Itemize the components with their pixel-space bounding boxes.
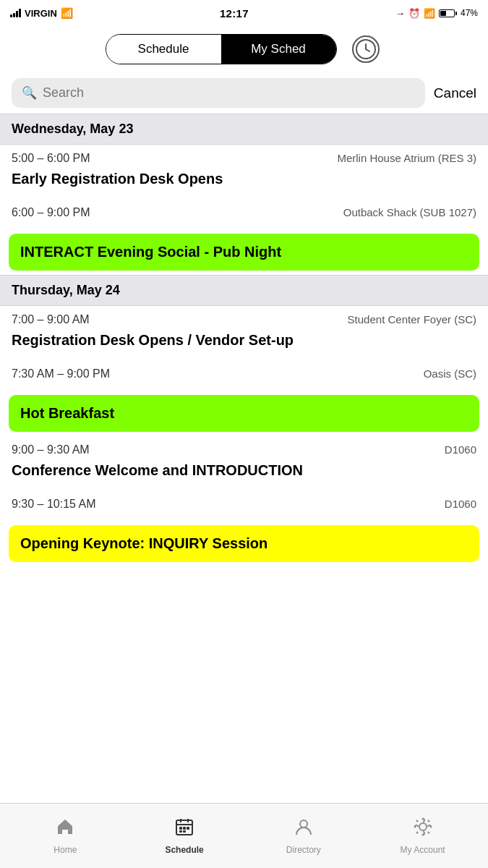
search-icon: 🔍 bbox=[22, 85, 37, 101]
section-header-wed: Wednesday, May 23 bbox=[0, 114, 488, 145]
signal-icon bbox=[10, 9, 21, 17]
nav-item-my-account[interactable]: My Account bbox=[363, 817, 482, 855]
svg-point-20 bbox=[416, 832, 418, 834]
event-time: 7:30 AM – 9:00 PM bbox=[12, 367, 110, 380]
search-input[interactable] bbox=[43, 85, 415, 101]
list-item: 9:00 – 9:30 AM D1060 Conference Welcome … bbox=[0, 436, 488, 490]
nav-label-directory: Directory bbox=[286, 845, 321, 855]
svg-rect-9 bbox=[187, 827, 189, 830]
event-title[interactable]: Registration Desk Opens / Vendor Set-up bbox=[12, 329, 476, 353]
event-time: 7:00 – 9:00 AM bbox=[12, 313, 90, 326]
svg-point-17 bbox=[429, 826, 432, 828]
search-bar: 🔍 Cancel bbox=[0, 72, 488, 114]
svg-point-18 bbox=[416, 820, 418, 822]
nav-item-directory[interactable]: Directory bbox=[244, 817, 364, 855]
status-right: → ⏰ 📶 47% bbox=[395, 8, 478, 19]
tab-toggle-bar: Schedule My Sched bbox=[0, 26, 488, 72]
schedule-icon bbox=[174, 817, 194, 842]
svg-point-21 bbox=[427, 832, 429, 834]
nav-item-home[interactable]: Home bbox=[6, 817, 125, 855]
content-area: Wednesday, May 23 5:00 – 6:00 PM Merlin … bbox=[0, 114, 488, 631]
event-title[interactable]: Conference Welcome and INTRODUCTION bbox=[12, 459, 476, 483]
event-time: 6:00 – 9:00 PM bbox=[12, 206, 90, 219]
svg-point-14 bbox=[421, 818, 424, 820]
nav-label-my-account: My Account bbox=[401, 845, 445, 855]
section-header-thu: Thursday, May 24 bbox=[0, 275, 488, 306]
svg-rect-8 bbox=[183, 827, 186, 830]
event-location: Outback Shack (SUB 1027) bbox=[343, 206, 476, 218]
event-highlight-yellow[interactable]: Opening Keynote: INQUIRY Session bbox=[9, 525, 479, 562]
alarm-icon: ⏰ bbox=[408, 8, 420, 19]
event-meta: 9:30 – 10:15 AM D1060 bbox=[12, 498, 476, 511]
event-highlight-green[interactable]: INTERACT Evening Social - Pub Night bbox=[9, 234, 479, 271]
battery-label: 47% bbox=[461, 8, 478, 18]
home-icon bbox=[55, 817, 75, 842]
svg-point-13 bbox=[419, 823, 427, 830]
list-item: 5:00 – 6:00 PM Merlin House Atrium (RES … bbox=[0, 145, 488, 199]
list-item: 7:00 – 9:00 AM Student Center Foyer (SC)… bbox=[0, 306, 488, 360]
directory-icon bbox=[294, 817, 314, 842]
schedule-tab[interactable]: Schedule bbox=[106, 35, 221, 64]
nav-label-home: Home bbox=[53, 845, 77, 855]
wifi-icon: 📶 bbox=[61, 7, 73, 19]
event-location: D1060 bbox=[445, 498, 476, 510]
svg-rect-11 bbox=[183, 830, 186, 833]
event-time: 9:00 – 9:30 AM bbox=[12, 443, 90, 456]
search-input-wrapper: 🔍 bbox=[12, 78, 425, 108]
svg-point-19 bbox=[427, 820, 429, 822]
bottom-nav: Home Schedule Directory bbox=[0, 803, 488, 868]
svg-point-16 bbox=[414, 826, 416, 828]
svg-line-2 bbox=[366, 49, 369, 51]
svg-point-12 bbox=[300, 820, 307, 827]
status-left: VIRGIN 📶 bbox=[10, 7, 73, 19]
carrier-label: VIRGIN bbox=[25, 8, 57, 19]
status-bar: VIRGIN 📶 12:17 → ⏰ 📶 47% bbox=[0, 0, 488, 26]
nav-item-schedule[interactable]: Schedule bbox=[125, 817, 244, 855]
event-meta: 7:30 AM – 9:00 PM Oasis (SC) bbox=[12, 367, 476, 380]
event-time: 9:30 – 10:15 AM bbox=[12, 498, 96, 511]
list-item: 6:00 – 9:00 PM Outback Shack (SUB 1027) bbox=[0, 199, 488, 229]
list-item: 7:30 AM – 9:00 PM Oasis (SC) bbox=[0, 360, 488, 391]
event-meta: 6:00 – 9:00 PM Outback Shack (SUB 1027) bbox=[12, 206, 476, 219]
event-location: Student Center Foyer (SC) bbox=[348, 313, 476, 326]
event-location: Oasis (SC) bbox=[424, 367, 476, 380]
list-item: 9:30 – 10:15 AM D1060 bbox=[0, 490, 488, 521]
schedule-toggle: Schedule My Sched bbox=[106, 34, 337, 64]
my-sched-tab[interactable]: My Sched bbox=[221, 35, 336, 64]
my-account-icon bbox=[413, 817, 433, 842]
svg-rect-10 bbox=[179, 830, 182, 833]
event-meta: 9:00 – 9:30 AM D1060 bbox=[12, 443, 476, 456]
svg-point-15 bbox=[421, 834, 424, 836]
event-highlight-green[interactable]: Hot Breakfast bbox=[9, 395, 479, 432]
clock-button[interactable] bbox=[348, 32, 383, 67]
event-location: Merlin House Atrium (RES 3) bbox=[337, 152, 476, 164]
event-location: D1060 bbox=[445, 443, 476, 456]
event-time: 5:00 – 6:00 PM bbox=[12, 152, 90, 165]
event-meta: 5:00 – 6:00 PM Merlin House Atrium (RES … bbox=[12, 152, 476, 165]
event-title[interactable]: Early Registration Desk Opens bbox=[12, 168, 476, 192]
nav-label-schedule: Schedule bbox=[165, 845, 203, 855]
battery-icon bbox=[439, 9, 457, 17]
svg-rect-7 bbox=[179, 827, 182, 830]
bluetooth-icon: 📶 bbox=[424, 8, 435, 19]
event-meta: 7:00 – 9:00 AM Student Center Foyer (SC) bbox=[12, 313, 476, 326]
status-time: 12:17 bbox=[220, 7, 249, 20]
cancel-button[interactable]: Cancel bbox=[434, 85, 476, 101]
location-icon: → bbox=[395, 8, 405, 19]
clock-icon bbox=[352, 35, 380, 63]
